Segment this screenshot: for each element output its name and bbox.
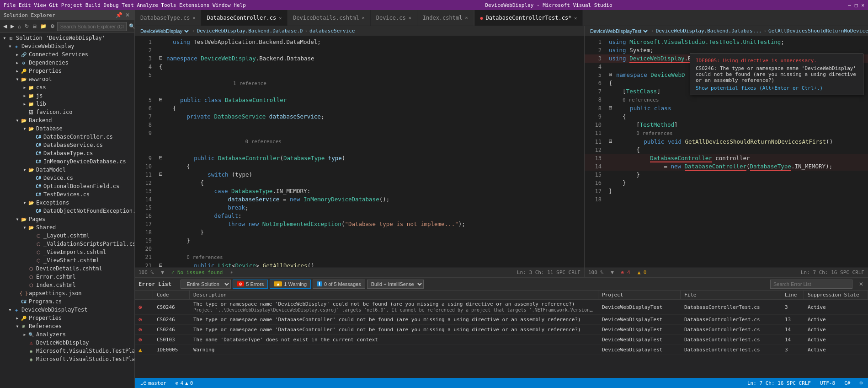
errors-filter-button[interactable]: ⊗ 5 Errors [233,280,268,289]
warnings-filter-button[interactable]: ▲ 1 Warning [270,280,311,289]
pin-button[interactable]: 📌 [115,12,123,18]
error-row[interactable]: ⊗ CS0246 The type or namespace name 'Dat… [135,315,868,325]
app-menu[interactable]: File Edit View Git Project Build Debug T… [4,2,246,8]
build-intellisense-dropdown[interactable]: Build + IntelliSense [367,280,424,289]
left-code-scroll[interactable]: 1 using TestWebApplication.Backend.DataM… [135,36,584,267]
tree-item-error[interactable]: ⬡ Error.cshtml [0,273,134,281]
right-zoom-dropdown[interactable]: ▼ [611,269,614,275]
tree-item-testdevices[interactable]: C# TestDevices.cs [0,190,134,199]
tree-item-solution[interactable]: ▼ ⊞ Solution 'DeviceWebDisplay' [0,34,134,42]
tree-item-mstest[interactable]: ◉ Microsoft.VisualStudio.TestPlatform.Te… [0,347,134,355]
error-search-input[interactable] [770,280,852,289]
tree-item-validation[interactable]: ⬡ _ValidationScriptsPartial.cshtml [0,240,134,248]
tab-databasetype[interactable]: DatabaseType.cs ✕ [135,10,201,26]
tab-close-button[interactable]: ✕ [279,16,282,21]
tab-close-button[interactable]: ✕ [192,15,195,20]
close-solution-explorer-button[interactable]: ✕ [124,12,131,18]
tree-item-backend[interactable]: ▼ 📂 Backend [0,116,134,124]
col-header-code[interactable]: Code [153,291,190,299]
solution-search-input[interactable] [57,22,127,31]
collapse-icon[interactable]: ⊟ [607,104,614,111]
forward-button[interactable]: ▶ [9,22,16,31]
tree-item-databasecontroller[interactable]: C# DatabaseController.cs [0,133,134,141]
close-error-list-button[interactable]: ✕ [858,281,864,287]
back-button[interactable]: ◀ [2,22,8,31]
tree-item-dependencies[interactable]: ▶ ⚙ Dependencies [0,59,134,67]
tree-item-wwwroot[interactable]: ▼ 📂 wwwroot [0,75,134,83]
show-all-files-button[interactable]: 📁 [39,22,48,31]
tree-item-shared[interactable]: ▼ 📂 Shared [0,223,134,232]
tree-item-devicedetails[interactable]: ⬡ DeviceDetails.cshtml [0,264,134,273]
tree-item-databaseservice[interactable]: C# DatabaseService.cs [0,141,134,149]
tree-item-database-folder[interactable]: ▼ 📂 Database [0,124,134,133]
collapse-all-button[interactable]: ⊟ [31,22,38,31]
tree-item-js[interactable]: ▶ 📁 js [0,92,134,100]
tab-databasecontrollertest[interactable]: ● DatabaseControllerTest.cs* ✕ [474,10,583,26]
left-project-dropdown[interactable]: DeviceWebDisplay [138,28,190,34]
collapse-icon[interactable]: ⊟ [157,154,165,161]
tree-item-project-main[interactable]: ▼ ◈ DeviceWebDisplay [0,42,134,50]
home-button[interactable]: ⌂ [16,22,22,31]
tab-databasecontroller[interactable]: DatabaseController.cs ✕ [201,10,288,26]
tree-item-viewstart[interactable]: ⬡ _ViewStart.cshtml [0,256,134,264]
tree-item-layout[interactable]: ⬡ _Layout.cshtml [0,232,134,240]
tree-item-optionalboolean[interactable]: C# OptionalBooleanField.cs [0,182,134,190]
tree-item-devicewebdisplay-ref[interactable]: ⚠ DeviceWebDisplay [0,339,134,347]
col-header-file[interactable]: File [681,291,781,299]
tree-item-inmemory[interactable]: C# InMemoryDeviceDatabase.cs [0,157,134,166]
properties-button[interactable]: ⚙ [49,22,56,31]
collapse-icon[interactable]: ⊟ [157,96,165,103]
col-header-suppression[interactable]: Suppression State [804,291,868,299]
tab-close-button[interactable]: ✕ [465,15,468,20]
tab-close-button[interactable]: ✕ [362,15,365,20]
tab-close-button[interactable]: ✕ [409,15,411,20]
collapse-icon[interactable]: ⊟ [607,71,614,78]
csharp-status[interactable]: C# [842,380,852,386]
tree-item-datamodel[interactable]: ▼ 📂 DataModel [0,166,134,174]
col-header-description[interactable]: Description [190,291,598,299]
tree-item-css[interactable]: ▶ 📁 css [0,83,134,92]
tree-item-program[interactable]: C# Program.cs [0,297,134,306]
tree-item-connected-services[interactable]: ▶ 🔗 Connected Services [0,50,134,59]
tree-item-test-properties[interactable]: ▶ 🔑 Properties [0,314,134,322]
col-header-project[interactable]: Project [598,291,681,299]
col-header-line[interactable]: Line [781,291,804,299]
tree-item-favicon[interactable]: 🖼 favicon.ico [0,108,134,116]
collapse-icon[interactable]: ⊟ [157,262,165,267]
warning-row[interactable]: ▲ IDE0005 Warning DeviceWebDisplayTest D… [135,345,868,355]
window-controls[interactable]: ─□✕ [848,2,864,8]
git-branch-status[interactable]: ⎇ master [138,380,168,386]
popup-fix-link[interactable]: Show potential fixes (Alt+Enter or Ctrl+… [696,85,857,91]
tree-item-device[interactable]: C# Device.cs [0,174,134,182]
feedback-status[interactable]: ☺ [857,380,864,386]
tree-item-databasetype[interactable]: C# DatabaseType.cs [0,149,134,157]
scope-dropdown[interactable]: Entire Solution [181,280,231,289]
tree-item-exceptions[interactable]: ▼ 📂 Exceptions [0,199,134,207]
tree-item-dataobject[interactable]: C# DataObjectNotFoundException.cs [0,207,134,215]
messages-filter-button[interactable]: ℹ 0 of 5 Messages [313,280,365,289]
tab-index[interactable]: Index.cshtml ✕ [417,10,474,26]
zoom-dropdown[interactable]: ▼ [161,269,164,275]
col-header-icon[interactable] [135,291,153,299]
collapse-icon[interactable]: ⊟ [157,54,165,61]
error-row[interactable]: ⊗ CS0103 The name 'DatabaseType' does no… [135,335,868,345]
tree-item-lib[interactable]: ▶ 📁 lib [0,100,134,108]
errors-status[interactable]: ⊗ 4 ▲ 0 [174,380,195,386]
tab-devicedetails[interactable]: DeviceDetails.cshtml ✕ [288,10,371,26]
utf8-status[interactable]: UTF-8 [818,380,837,386]
right-project-dropdown[interactable]: DeviceWebDisplayTest [588,28,649,34]
tab-close-button[interactable]: ✕ [574,16,577,21]
tab-device[interactable]: Device.cs ✕ [371,10,417,26]
refresh-button[interactable]: ↻ [23,22,30,31]
tree-item-appsettings[interactable]: { } appsettings.json [0,289,134,297]
tree-item-analyzers[interactable]: ▶ 🔍 Analyzers [0,330,134,339]
error-row[interactable]: ⊗ CS0246 The type or namespace name 'Dat… [135,325,868,335]
tree-item-references[interactable]: ▼ ⊞ References [0,322,134,330]
tree-item-pages[interactable]: ▼ 📂 Pages [0,215,134,223]
tree-item-properties[interactable]: ▶ 🔑 Properties [0,67,134,75]
error-row[interactable]: ⊗ CS0246 The type or namespace name 'Dev… [135,300,868,315]
tree-item-project-test[interactable]: ▼ ◈ DeviceWebDisplayTest [0,306,134,314]
tree-item-index[interactable]: ⬡ Index.cshtml [0,281,134,289]
tree-item-mstest2[interactable]: ◉ Microsoft.VisualStudio.TestPlatform.Te… [0,355,134,363]
collapse-icon[interactable]: ⊟ [607,138,614,145]
